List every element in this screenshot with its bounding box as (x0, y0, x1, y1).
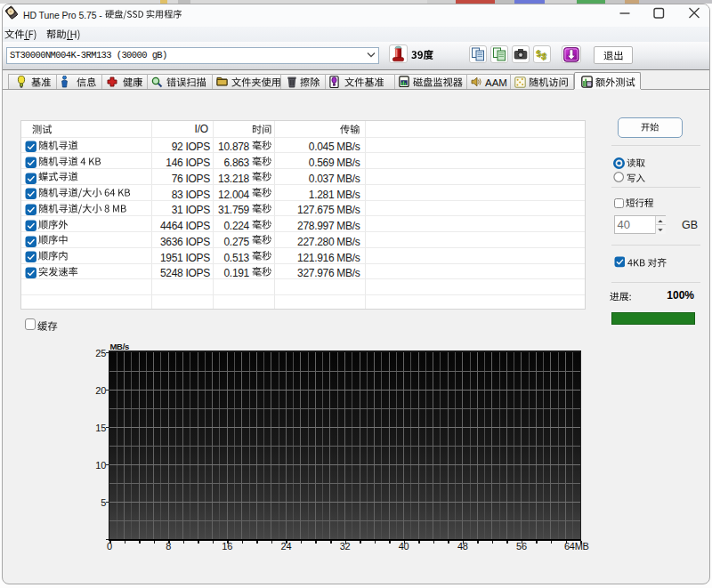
svg-text:$: $ (540, 50, 547, 60)
